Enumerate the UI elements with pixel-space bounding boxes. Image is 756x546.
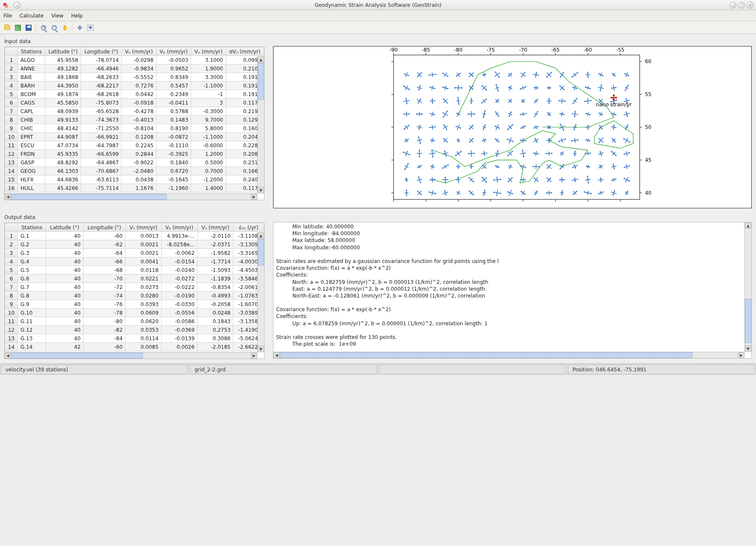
row-header[interactable]: 8 [5,116,18,124]
cell[interactable]: -70 [83,274,125,283]
row-header[interactable]: 8 [5,292,18,300]
table-row[interactable]: 16HULL45.4266-75.71141.1676-1.19601.4000… [5,184,264,193]
cell[interactable]: -2.0371 [198,240,233,249]
cell[interactable]: 48.8292 [45,158,81,167]
cell[interactable]: -64 [83,249,125,257]
table-row[interactable]: 7CAPL48.0939-65.6528-0.42780.5788-0.3000… [5,107,264,116]
cell[interactable]: -1.9582 [198,249,233,257]
row-header[interactable]: 12 [5,150,18,158]
row-header[interactable]: 14 [5,343,18,351]
table-row[interactable]: 12FRDN45.9335-66.65990.2844-0.39251.2000… [5,150,264,158]
cell[interactable]: G.14 [18,343,46,351]
row-header[interactable]: 3 [5,73,18,82]
cell[interactable]: -78.0714 [81,56,122,64]
column-header[interactable]: ε̇ₙₙ (/yr) [233,223,264,232]
cell[interactable]: -75.8073 [81,99,122,107]
row-header[interactable]: 10 [5,133,18,141]
menu-view[interactable]: View [51,13,63,19]
cell[interactable]: 45.9558 [45,56,81,64]
cell[interactable]: -76 [83,300,125,309]
cell[interactable]: -62 [83,351,125,352]
cell[interactable]: 0.0026 [161,343,198,351]
column-header[interactable]: Latitude (°) [46,223,83,232]
input-table[interactable]: StationsLatitude (°)Longitude (°)Vₙ (mm/… [4,47,265,200]
cell[interactable]: 47.0734 [45,141,81,150]
cell[interactable]: 0.0118 [125,266,161,274]
cell[interactable]: 1.2000 [191,150,226,158]
row-header[interactable]: 6 [5,274,18,283]
cell[interactable]: 3.3000 [191,73,226,82]
cell[interactable]: G.6 [18,274,46,283]
scroll-left-arrow-icon[interactable]: ◀ [273,352,280,358]
cell[interactable]: G.11 [18,317,46,326]
cell[interactable]: 0.0620 [125,317,161,326]
table-row[interactable]: 9G.940-760.0393-0.0330-0.2058-1.6070e [5,300,264,309]
scroll-left-arrow-icon[interactable]: ◀ [5,194,11,200]
cell[interactable]: G.8 [18,292,46,300]
pan-button[interactable] [60,23,70,32]
cell[interactable]: 0.2844 [122,150,156,158]
cell[interactable]: 0.0013 [125,232,161,240]
cell[interactable]: 0.0273 [125,283,161,292]
cell[interactable]: G.15 [18,351,46,352]
cell[interactable]: -63.6113 [81,175,122,184]
table-row[interactable]: 10G.1040-780.0609-0.05560.0248-3.0389e [5,309,264,317]
cell[interactable]: 1.9000 [191,64,226,73]
cell[interactable]: -0.0054 [161,351,198,352]
menu-calculate[interactable]: Calculate [20,13,44,19]
cell[interactable]: 0.5457 [156,82,191,90]
cell[interactable]: -66.6599 [81,150,122,158]
table-row[interactable]: 5G.540-680.0118-0.0240-1.5093-4.4503e [5,266,264,274]
cell[interactable]: 0.2753 [198,326,233,334]
scale-crosses-button[interactable] [86,23,95,32]
cell[interactable]: 0.7276 [122,82,156,90]
cell[interactable]: ESCU [18,141,45,150]
cell[interactable]: 0.8349 [156,73,191,82]
cell[interactable]: ALGO [18,56,45,64]
column-header[interactable]: Longitude (°) [81,47,122,56]
cell[interactable]: 44.6836 [45,175,81,184]
cell[interactable]: -0.0918 [122,99,156,107]
cell[interactable]: HULL [18,184,45,193]
cell[interactable]: -68.2618 [81,90,122,99]
table-row[interactable]: 12G.1240-820.0353-0.03690.2753-1.4190e [5,326,264,334]
cell[interactable]: -0.9834 [122,64,156,73]
row-header[interactable]: 13 [5,334,18,343]
row-header[interactable]: 13 [5,158,18,167]
cell[interactable]: -0.0062 [161,249,198,257]
cell[interactable]: -0.6000 [191,141,226,150]
cell[interactable]: -72 [83,283,125,292]
table-row[interactable]: 6G.640-700.0221-0.0272-1.1839-3.5846e [5,274,264,283]
cell[interactable]: 40 [46,317,83,326]
cell[interactable]: 45.5850 [45,99,81,107]
column-header[interactable]: Vₙ (mm/yr) [125,223,161,232]
cell[interactable]: GASP [18,158,45,167]
cell[interactable]: -71.2550 [81,124,122,133]
cell[interactable]: 40 [46,309,83,317]
cell[interactable]: -0.9022 [122,158,156,167]
table-row[interactable]: 4G.440-660.0041-0.0154-1.7714-4.0030e [5,257,264,266]
cell[interactable]: G.10 [18,309,46,317]
row-header[interactable]: 1 [5,232,18,240]
window-shade-button[interactable]: ⌄ [14,2,20,9]
cell[interactable]: G.5 [18,266,46,274]
cell[interactable]: 45.9335 [45,150,81,158]
cell[interactable]: HLFX [18,175,45,184]
cell[interactable]: -0.0556 [161,309,198,317]
table-row[interactable]: 5BCOM49.1874-68.26180.04420.2349-10.1913 [5,90,264,99]
row-header[interactable]: 9 [5,300,18,309]
cell[interactable]: 0.0041 [125,257,161,266]
cell[interactable]: -74 [83,292,125,300]
table-row[interactable]: 14G.1442-600.00850.0026-2.0185-2.6622e [5,343,264,351]
cell[interactable]: -1.2000 [191,175,226,184]
menu-file[interactable]: File [3,13,12,19]
cell[interactable]: 0.2349 [156,90,191,99]
table-row[interactable]: 15G.1542-620.0151-0.0054-1.9642-1.9872e [5,351,264,352]
column-header[interactable]: Vᵤ (mm/yr) [191,47,226,56]
cell[interactable]: G.2 [18,240,46,249]
cell[interactable]: FRDN [18,150,45,158]
table-row[interactable]: 9CHIC48.4142-71.2550-0.81040.81905.80000… [5,124,264,133]
cell[interactable]: G.4 [18,257,46,266]
cell[interactable]: -0.1110 [156,141,191,150]
cell[interactable]: -74.3673 [81,116,122,124]
